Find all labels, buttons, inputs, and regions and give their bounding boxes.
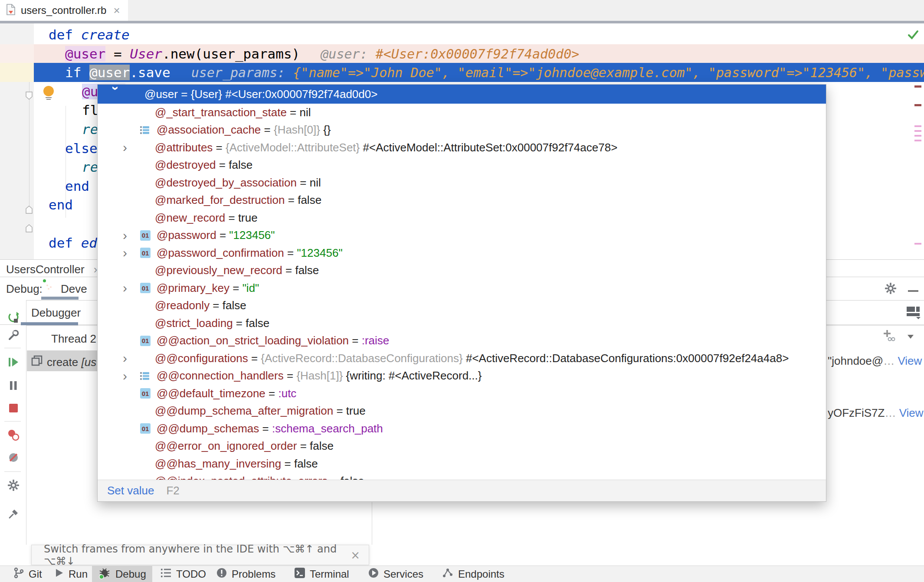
stripe-mark[interactable] xyxy=(914,125,921,127)
code-line[interactable]: end xyxy=(65,177,89,196)
fold-marker-icon[interactable] xyxy=(25,223,33,235)
gear-button[interactable] xyxy=(6,479,21,494)
tab-close-icon[interactable]: × xyxy=(113,5,120,16)
variable-row[interactable]: @previously_new_record = false xyxy=(98,262,826,280)
dropdown-arrow-icon[interactable] xyxy=(907,333,914,341)
rerun-button[interactable] xyxy=(6,311,21,326)
chevron-right-icon[interactable]: › xyxy=(123,281,140,295)
code-line[interactable]: def create xyxy=(49,25,130,44)
variable-row[interactable]: @strict_loading = false xyxy=(98,314,826,332)
statusbar-item-problems[interactable]: Problems xyxy=(210,566,282,582)
viewbp-button[interactable] xyxy=(6,428,21,443)
primitive-value-icon: 01 xyxy=(140,230,151,241)
variable-name: @association_cache xyxy=(157,123,261,137)
chevron-right-icon[interactable]: › xyxy=(123,140,140,155)
fold-marker-icon[interactable] xyxy=(25,205,33,216)
variable-icon xyxy=(140,301,149,310)
variable-row[interactable]: @destroyed_by_association = nil xyxy=(98,174,826,192)
tab-debugger[interactable]: Debugger xyxy=(31,306,81,320)
statusbar-item-terminal[interactable]: Terminal xyxy=(288,566,355,582)
statusbar-item-label: Debug xyxy=(115,568,146,580)
gutter-highlight xyxy=(0,44,34,63)
popup-header-row[interactable]: › @user = {User} #<User:0x00007f92f74ad0… xyxy=(98,85,826,104)
add-watch-icon[interactable] xyxy=(882,329,895,343)
chevron-right-icon[interactable]: › xyxy=(123,228,140,243)
variable-row[interactable]: @_start_transaction_state = nil xyxy=(98,104,826,121)
variable-row[interactable]: @@has_many_inversing = false xyxy=(98,455,826,473)
inspections-ok-icon[interactable] xyxy=(907,29,920,43)
chevron-down-icon[interactable]: › xyxy=(108,86,123,102)
variable-row[interactable]: @marked_for_destruction = false xyxy=(98,192,826,209)
thread-item[interactable]: Thread 2 xyxy=(51,332,96,346)
hide-panel-icon[interactable] xyxy=(908,287,919,294)
stop-icon xyxy=(9,403,18,415)
variable-row[interactable]: @new_record = true xyxy=(98,209,826,227)
statusbar-item-run[interactable]: Run xyxy=(48,566,94,582)
stripe-mark[interactable] xyxy=(914,140,921,141)
variable-row[interactable]: 01@@dump_schemas = :schema_search_path xyxy=(98,420,826,438)
chevron-right-icon[interactable]: › xyxy=(123,245,140,260)
addwatch-icon xyxy=(882,336,895,343)
stripe-mark[interactable] xyxy=(914,243,921,245)
variable-row[interactable]: ›@attributes = {ActiveModel::AttributeSe… xyxy=(98,139,826,157)
code-line[interactable]: else xyxy=(65,139,98,158)
code-line[interactable]: end xyxy=(49,195,73,214)
equals-sign: = xyxy=(210,299,223,312)
variable-row[interactable]: ›@@connection_handlers = {Hash[1]} {writ… xyxy=(98,367,826,385)
statusbar-item-todo[interactable]: TODO xyxy=(154,566,212,582)
stripe-mark[interactable] xyxy=(914,85,921,88)
intention-bulb-icon[interactable] xyxy=(43,86,54,100)
primitive-value-icon: 01 xyxy=(140,423,151,434)
variable-row[interactable]: 01@@default_timezone = :utc xyxy=(98,385,826,402)
variable-icon xyxy=(140,407,149,415)
statusbar-item-services[interactable]: Services xyxy=(362,566,429,582)
variable-row[interactable]: @readonly = false xyxy=(98,297,826,315)
statusbar-item-label: Git xyxy=(29,568,42,580)
stripe-mark[interactable] xyxy=(914,130,921,132)
statusbar-item-git[interactable]: Git xyxy=(7,566,48,582)
view-link[interactable]: View xyxy=(898,354,922,367)
stripe-mark[interactable] xyxy=(914,135,921,137)
set-value-button[interactable]: Set value xyxy=(107,484,154,497)
variable-value: {} xyxy=(323,123,331,137)
variable-row[interactable]: ›@@configurations = {ActiveRecord::Datab… xyxy=(98,350,826,367)
bug-icon xyxy=(98,566,111,582)
statusbar-item-debug[interactable]: Debug xyxy=(92,566,152,582)
run-config-name[interactable]: Deve xyxy=(61,282,87,296)
pause-button[interactable] xyxy=(6,379,21,394)
chevron-right-icon[interactable]: › xyxy=(123,351,140,366)
variable-row[interactable]: @@error_on_ignored_order = false xyxy=(98,438,826,455)
layout-settings-icon[interactable] xyxy=(906,305,921,321)
variable-row[interactable]: @association_cache = {Hash[0]} {} xyxy=(98,121,826,139)
terminal-icon xyxy=(294,567,305,581)
debugger-variables-popup: › @user = {User} #<User:0x00007f92f74ad0… xyxy=(97,84,826,502)
variable-row[interactable]: ›01@password_confirmation = "123456" xyxy=(98,244,826,262)
frame-label[interactable]: create [us xyxy=(47,356,96,369)
fold-marker-icon[interactable] xyxy=(25,91,33,102)
inline-debug-hint: @user: #<User:0x00007f92f74ad0d0> xyxy=(300,46,579,62)
pin-button[interactable] xyxy=(6,507,21,522)
variable-row[interactable]: ›01@password = "123456" xyxy=(98,227,826,245)
variable-name: @@dump_schema_after_migration xyxy=(155,404,333,418)
code-line[interactable]: @user = User.new(user_params)@user: #<Us… xyxy=(65,44,579,63)
equals-sign: = xyxy=(248,352,261,365)
close-icon[interactable]: × xyxy=(351,549,360,562)
tab-users-controller[interactable]: users_controller.rb × xyxy=(0,0,128,21)
view-link[interactable]: View xyxy=(899,406,924,419)
chevron-right-icon[interactable]: › xyxy=(123,369,140,383)
code-line[interactable]: if @user.saveuser_params: {"name"=>"John… xyxy=(65,63,924,82)
variable-row[interactable]: 01@@action_on_strict_loading_violation =… xyxy=(98,332,826,350)
variable-row[interactable]: ›01@primary_key = "id" xyxy=(98,279,826,297)
toolwindow-tab-userscontroller[interactable]: UsersController › xyxy=(6,263,98,276)
mutebp-button[interactable] xyxy=(6,451,21,466)
variable-row[interactable]: @@dump_schema_after_migration = true xyxy=(98,402,826,420)
settings-gear-icon[interactable] xyxy=(884,282,897,297)
variable-row[interactable]: @destroyed = false xyxy=(98,157,826,174)
statusbar-item-endpoints[interactable]: Endpoints xyxy=(436,566,511,582)
stripe-mark[interactable] xyxy=(914,104,921,106)
resume-button[interactable] xyxy=(6,356,21,370)
stop-button[interactable] xyxy=(6,402,21,416)
wrench-button[interactable] xyxy=(6,329,21,343)
viewbp-icon xyxy=(7,429,20,443)
foldup-icon xyxy=(25,227,33,234)
